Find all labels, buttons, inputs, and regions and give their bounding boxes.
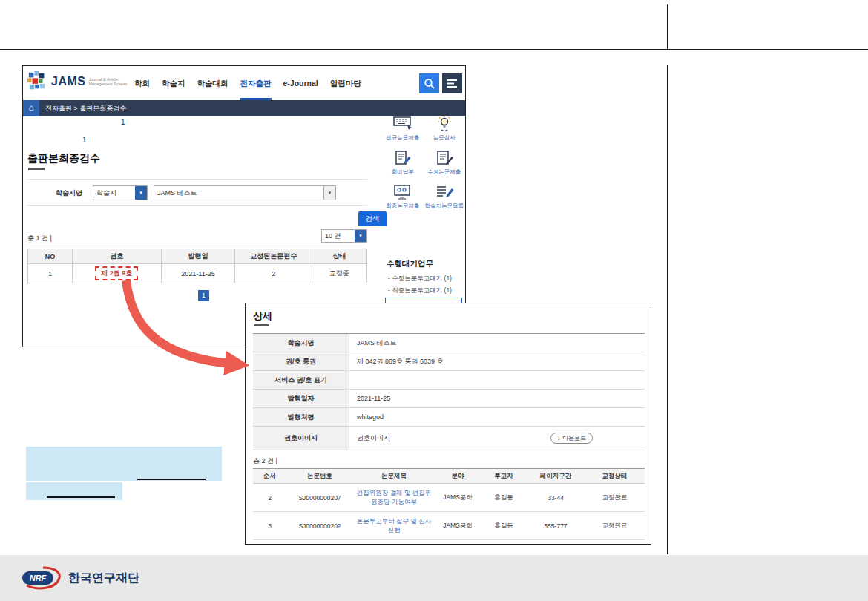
- quick-menu: 신규논문제출 논문심사 회비납부: [384, 115, 464, 210]
- cell-paper-title: 논문투고부터 접수 및 심사 진행: [353, 512, 435, 540]
- quick-menu-label: 학술지논문목록: [425, 203, 464, 210]
- cell-page-range: 33-44: [527, 484, 585, 512]
- col-header-paper-title: 논문제목: [353, 469, 435, 484]
- page-size-select[interactable]: 10 건 ▼: [321, 229, 367, 243]
- journal-name-value: JAMS 테스트: [154, 188, 323, 198]
- todo-item-final-pending[interactable]: - 최종논문투고대기 (1): [388, 286, 452, 295]
- quick-menu-new-submission[interactable]: 신규논문제출: [384, 115, 422, 142]
- lightbulb-icon: [433, 115, 456, 133]
- home-icon[interactable]: ⌂: [23, 100, 39, 116]
- table-row: 1 제 2권 9호 2021-11-25 2 교정중: [28, 264, 367, 283]
- table-row: 3 SJ0000000202 논문투고부터 접수 및 심사 진행 JAMS공학 …: [253, 512, 645, 540]
- table-header-row: NO 권호 발행일 교정된논문편수 상태: [28, 249, 367, 264]
- monitor-icon: [392, 183, 414, 201]
- detail-field-row: 권호이미지 권호이미지 ↓ 다운로드: [253, 427, 645, 450]
- jams-logo-mosaic-icon: [27, 71, 48, 92]
- quick-menu-revised-submission[interactable]: 수정논문제출: [425, 149, 464, 176]
- journal-type-select[interactable]: 학술지 ▼: [93, 185, 148, 200]
- page-title: 출판본최종검수: [27, 152, 100, 165]
- col-header-order: 순서: [253, 469, 286, 484]
- chevron-down-icon: ▼: [355, 230, 366, 242]
- page-footer: NRF 한국연구재단: [0, 555, 868, 601]
- chevron-down-icon: ▼: [323, 186, 335, 200]
- cell-field: JAMS공학: [435, 512, 481, 540]
- nav-item-epublishing[interactable]: 전자출판: [240, 66, 272, 100]
- field-value: 2021-11-25: [349, 390, 645, 407]
- journal-name-label: 학술지명: [56, 180, 82, 206]
- main-nav: 학회 학술지 학술대회 전자출판 e-Journal 알림마당: [134, 66, 361, 100]
- list-pen-icon: [433, 183, 456, 201]
- search-submit-button[interactable]: 검색: [358, 211, 387, 226]
- field-label: 발행처명: [253, 408, 349, 426]
- col-header-paper-no: 논문번호: [286, 469, 353, 484]
- field-value: 권호이미지 ↓ 다운로드: [349, 427, 645, 450]
- cell-submitter: 홍길동: [481, 484, 527, 512]
- search-button-header[interactable]: [419, 73, 439, 93]
- todo-item-revised-pending[interactable]: - 수정논문투고대기 (1): [388, 275, 452, 283]
- nav-item-ejournal[interactable]: e-Journal: [283, 66, 318, 100]
- cell-no: 1: [28, 264, 73, 283]
- edit-document-icon: [433, 149, 456, 167]
- download-button[interactable]: ↓ 다운로드: [550, 433, 593, 444]
- quick-menu-final-submission[interactable]: 최종논문제출: [384, 183, 422, 210]
- detail-field-row: 서비스 권/호 표기: [253, 371, 645, 390]
- cell-page-range: 555-777: [527, 512, 585, 540]
- breadcrumb-bar: ⌂ 전자출판 > 출판본최종검수: [23, 100, 465, 116]
- cell-paper-no: SJ0000000202: [286, 512, 353, 540]
- issue-image-link[interactable]: 권호이미지: [357, 433, 390, 443]
- title-underline: [28, 168, 45, 170]
- jams-header: JAMS Journal & Article Management System…: [23, 66, 465, 100]
- jams-logo-text: JAMS: [51, 75, 85, 88]
- download-icon: ↓: [557, 435, 560, 441]
- highlight-note-block-1: [26, 447, 222, 481]
- field-value: JAMS 테스트: [349, 334, 645, 352]
- col-header-volume: 권호: [72, 249, 161, 264]
- cell-pubdate: 2021-11-25: [161, 264, 235, 283]
- field-value: whitegod: [349, 408, 645, 426]
- jams-logo[interactable]: JAMS Journal & Article Management System: [27, 71, 127, 92]
- nav-item-conference[interactable]: 학술대회: [197, 66, 228, 100]
- article-title-link[interactable]: 편집위원장 결제 및 편집위원총망 기능여부: [357, 489, 432, 505]
- cell-order: 2: [253, 484, 286, 512]
- nav-item-notice[interactable]: 알림마당: [330, 66, 361, 100]
- manual-page: JAMS Journal & Article Management System…: [0, 0, 868, 601]
- quick-menu-label: 수정논문제출: [427, 168, 461, 176]
- quick-menu-review[interactable]: 논문심사: [425, 115, 464, 142]
- cell-corrected-count: 2: [235, 264, 312, 283]
- quick-menu-label: 신규논문제출: [386, 134, 419, 142]
- detail-field-table: 학술지명 JAMS 테스트 권/호 통권 제 042권 869호 통권 6039…: [253, 333, 645, 450]
- step-annotation-2: 1: [82, 136, 87, 144]
- nav-item-society[interactable]: 학회: [134, 66, 150, 100]
- search-icon: [424, 78, 435, 89]
- article-total-count: 총 2 건 |: [253, 456, 277, 466]
- col-header-correction-status: 교정상태: [585, 469, 645, 484]
- detail-field-row: 발행처명 whitegod: [253, 408, 645, 427]
- detail-title-underline: [254, 324, 269, 326]
- search-form: 학술지명 학술지 ▼ JAMS 테스트 ▼: [27, 179, 367, 206]
- step-annotation-1: 1: [121, 118, 125, 126]
- cell-submitter: 홍길동: [481, 512, 527, 540]
- pagination-page-1[interactable]: 1: [198, 290, 209, 301]
- cell-paper-title: 편집위원장 결제 및 편집위원총망 기능여부: [353, 484, 435, 512]
- cell-field: JAMS공학: [435, 484, 481, 512]
- detail-field-row: 권/호 통권 제 042권 869호 통권 6039 호: [253, 352, 645, 371]
- field-label: 학술지명: [253, 334, 349, 352]
- result-total-count: 총 1 건 |: [27, 234, 52, 243]
- page-size-value: 10 건: [322, 231, 355, 241]
- article-title-link[interactable]: 논문투고부터 접수 및 심사 진행: [357, 517, 432, 533]
- field-label: 발행일자: [253, 390, 349, 407]
- hamburger-menu-button[interactable]: [442, 73, 462, 93]
- issue-link[interactable]: 제 2권 9호: [95, 266, 138, 280]
- field-label: 권호이미지: [253, 427, 349, 450]
- col-header-corrected-count: 교정된논문편수: [235, 249, 312, 264]
- nav-item-journal[interactable]: 학술지: [162, 66, 185, 100]
- journal-name-select[interactable]: JAMS 테스트 ▼: [154, 185, 336, 200]
- quick-menu-label: 최종논문제출: [386, 203, 419, 210]
- col-header-pubdate: 발행일: [161, 249, 235, 264]
- header-column-divider: [667, 4, 668, 49]
- quick-menu-fee-payment[interactable]: 회비납부: [384, 149, 422, 176]
- underline-mark-1: [137, 479, 206, 480]
- breadcrumb: 전자출판 > 출판본최종검수: [45, 100, 126, 116]
- quick-menu-paper-list[interactable]: 학술지논문목록: [425, 183, 464, 210]
- cell-paper-no: SJ0000000207: [286, 484, 353, 512]
